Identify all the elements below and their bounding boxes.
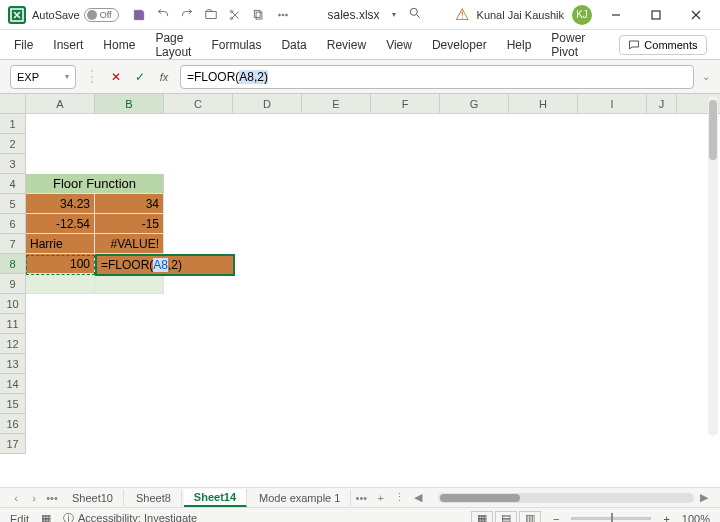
sheet-tab[interactable]: Sheet8 [126,490,182,506]
view-normal-icon[interactable]: ▦ [471,511,493,523]
cell-B5[interactable]: 34 [95,194,164,214]
col-header-B[interactable]: B [95,94,164,113]
zoom-in-icon[interactable]: + [663,513,669,523]
fx-icon[interactable]: fx [156,69,172,85]
sheet-menu-icon[interactable]: ⋮ [392,491,408,504]
add-sheet-icon[interactable]: + [371,492,389,504]
cell-A7[interactable]: Harrie [26,234,95,254]
minimize-button[interactable] [600,3,632,27]
row-header[interactable]: 7 [0,234,26,254]
undo-icon[interactable] [153,5,173,25]
tab-page-layout[interactable]: Page Layout [153,27,193,63]
row-header[interactable]: 9 [0,274,26,294]
sheet-tab-active[interactable]: Sheet14 [184,489,247,507]
expand-formula-bar-icon[interactable]: ⌄ [702,71,710,82]
tab-home[interactable]: Home [101,34,137,56]
cell-A9[interactable] [26,274,95,294]
search-icon[interactable] [408,6,422,24]
formula-bar-divider: ⋮ [84,67,100,86]
cell-A6[interactable]: -12.54 [26,214,95,234]
row-header[interactable]: 17 [0,434,26,454]
hscroll-left-icon[interactable]: ◀ [410,491,426,504]
zoom-slider[interactable] [571,517,651,520]
tab-formulas[interactable]: Formulas [209,34,263,56]
open-icon[interactable] [201,5,221,25]
row-header[interactable]: 4 [0,174,26,194]
sheet-nav-next-icon[interactable]: › [26,492,42,504]
zoom-out-icon[interactable]: − [553,513,559,523]
sheet-nav-more-icon[interactable]: ••• [44,492,60,504]
sheet-tab[interactable]: Sheet10 [62,490,124,506]
cell-A5[interactable]: 34.23 [26,194,95,214]
row-header[interactable]: 5 [0,194,26,214]
horizontal-scrollbar[interactable] [438,493,694,503]
name-box[interactable]: EXP ▾ [10,65,76,89]
accept-icon[interactable]: ✓ [132,69,148,85]
zoom-level[interactable]: 100% [682,513,710,523]
cell-B7[interactable]: #VALUE! [95,234,164,254]
tab-help[interactable]: Help [505,34,534,56]
row-header[interactable]: 2 [0,134,26,154]
maximize-button[interactable] [640,3,672,27]
copy-icon[interactable] [249,5,269,25]
col-header-A[interactable]: A [26,94,95,113]
username-label: Kunal Jai Kaushik [477,9,564,21]
vertical-scrollbar[interactable] [708,96,718,436]
cut-icon[interactable] [225,5,245,25]
col-header-F[interactable]: F [371,94,440,113]
formula-input[interactable]: =FLOOR(A8,2) [180,65,694,89]
close-button[interactable] [680,3,712,27]
col-header-E[interactable]: E [302,94,371,113]
col-header-I[interactable]: I [578,94,647,113]
col-header-C[interactable]: C [164,94,233,113]
row-header[interactable]: 1 [0,114,26,134]
cell-B9[interactable] [95,274,164,294]
tab-review[interactable]: Review [325,34,368,56]
sheet-tab[interactable]: Mode example 1 [249,490,351,506]
tab-developer[interactable]: Developer [430,34,489,56]
col-header-J[interactable]: J [647,94,677,113]
row-header[interactable]: 10 [0,294,26,314]
cell-editor[interactable]: =FLOOR(A8,2) [95,254,235,276]
view-page-layout-icon[interactable]: ▤ [495,511,517,523]
autosave-toggle[interactable]: Off [84,8,119,22]
tab-data[interactable]: Data [279,34,308,56]
stats-icon[interactable]: ▦ [41,512,51,522]
filename-dropdown-icon[interactable]: ▾ [392,10,396,19]
view-page-break-icon[interactable]: ▥ [519,511,541,523]
save-icon[interactable] [129,5,149,25]
worksheet-grid[interactable]: A B C D E F G H I J 1 2 3 4 Floor Functi… [0,94,720,487]
col-header-D[interactable]: D [233,94,302,113]
select-all-corner[interactable] [0,94,26,113]
tab-power-pivot[interactable]: Power Pivot [549,27,587,63]
row-header[interactable]: 14 [0,374,26,394]
tab-view[interactable]: View [384,34,414,56]
svg-rect-2 [256,12,262,19]
row-header[interactable]: 15 [0,394,26,414]
sheet-more-icon[interactable]: ••• [353,492,369,504]
cancel-icon[interactable]: ✕ [108,69,124,85]
row-header[interactable]: 13 [0,354,26,374]
warning-icon[interactable]: ⚠ [455,5,469,24]
sheet-nav-prev-icon[interactable]: ‹ [8,492,24,504]
row-header[interactable]: 11 [0,314,26,334]
redo-icon[interactable] [177,5,197,25]
cell-A4-merged[interactable]: Floor Function [26,174,164,194]
row-header[interactable]: 16 [0,414,26,434]
tab-insert[interactable]: Insert [51,34,85,56]
cell-B6[interactable]: -15 [95,214,164,234]
row-header[interactable]: 12 [0,334,26,354]
namebox-dropdown-icon[interactable]: ▾ [65,72,69,81]
col-header-H[interactable]: H [509,94,578,113]
accessibility-status[interactable]: ⓘAccessibility: Investigate [63,511,197,522]
more-icon[interactable] [273,5,293,25]
row-header[interactable]: 3 [0,154,26,174]
user-avatar[interactable]: KJ [572,5,592,25]
col-header-G[interactable]: G [440,94,509,113]
tab-file[interactable]: File [12,34,35,56]
hscroll-right-icon[interactable]: ▶ [696,491,712,504]
row-header[interactable]: 6 [0,214,26,234]
comments-button[interactable]: Comments [619,35,706,55]
row-header[interactable]: 8 [0,254,26,274]
filename-label[interactable]: sales.xlsx [328,8,380,22]
